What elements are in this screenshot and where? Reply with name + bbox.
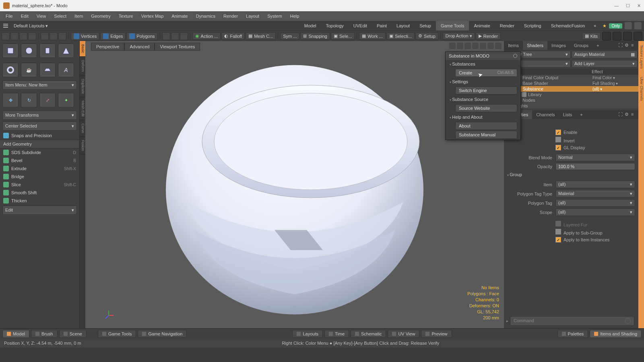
panel-expand-icon[interactable]: ⛶ (618, 43, 624, 48)
tool-e-icon[interactable] (171, 32, 179, 40)
prim-text[interactable]: A (58, 63, 74, 77)
edges-button[interactable]: Edges (100, 32, 126, 40)
meshc-dropdown[interactable]: ▦Mesh C... (246, 32, 276, 40)
expand-arrow-icon[interactable]: ▸ (506, 319, 508, 323)
popup-close-icon[interactable] (513, 54, 517, 58)
snaps-precision[interactable]: Snaps and Precision (0, 132, 79, 140)
rsidestrip-uber-channels[interactable]: Uber Channels (638, 73, 644, 105)
tree-library[interactable]: Library (504, 92, 638, 97)
geom-smooth-shift[interactable]: Smooth Shift (0, 189, 79, 197)
bb-items-and-shading[interactable]: Items and Shading (590, 330, 642, 338)
maximize-icon[interactable]: ☐ (626, 3, 630, 8)
popup-item-create[interactable]: CreateCtrl-Alt-S (455, 69, 517, 77)
menu-view[interactable]: View (33, 14, 50, 19)
bb-uv-view[interactable]: UV View (388, 330, 419, 338)
transform-universal[interactable]: ✦ (58, 93, 74, 107)
rsidestrip-texture-layers[interactable]: Texture Layers (638, 41, 644, 73)
bb-game-tools[interactable]: Game Tools (98, 330, 136, 338)
viewport-tab-viewport-textures[interactable]: Viewport Textures (155, 43, 200, 51)
layout-tab-game tools[interactable]: Game Tools (436, 21, 469, 31)
tree-substance[interactable]: Substance(all) ▾ (504, 86, 638, 92)
star-icon[interactable]: ★ (603, 23, 607, 29)
layout-tab-render[interactable]: Render (495, 21, 519, 31)
menu-help[interactable]: Help (286, 14, 303, 19)
layout-tab-schematicfusion[interactable]: SchematicFusion (546, 21, 590, 31)
action-dropdown[interactable]: ◉Action ... (192, 32, 221, 40)
viewport-tab-advanced[interactable]: Advanced (124, 43, 155, 51)
menu-item[interactable]: Item (70, 14, 87, 19)
bb-schematic[interactable]: Schematic (351, 330, 386, 338)
sidestrip-duplicate[interactable]: Duplicate (80, 76, 85, 98)
group-polygon-tag[interactable]: (all)▾ (555, 199, 635, 207)
viewport-ctrl-5[interactable] (480, 43, 486, 49)
tool-c-icon[interactable] (58, 32, 66, 40)
kit-icon-1[interactable] (602, 32, 611, 41)
transform-rotate[interactable]: ↻ (21, 93, 37, 107)
check-apply-to-item-instances[interactable]: ✓ (555, 237, 561, 243)
kits-dropdown[interactable]: ▦Kits (582, 32, 601, 40)
prim-sphere[interactable] (21, 43, 37, 58)
tool-d-icon[interactable] (162, 32, 170, 40)
center-selected[interactable]: Center Selected▾ (2, 121, 77, 131)
transform-scale[interactable]: ⤢ (39, 93, 56, 107)
panel-menu-icon[interactable]: ≡ (631, 43, 637, 48)
prop-expand-icon[interactable]: ⛶ (618, 112, 624, 117)
panel-gear-icon[interactable]: ⚙ (625, 43, 630, 48)
rtab-groups[interactable]: Groups (570, 41, 592, 50)
shape-circle-icon[interactable] (2, 32, 10, 40)
viewport-tab-perspective[interactable]: Perspective (91, 43, 124, 51)
viewport-ctrl-1[interactable] (449, 43, 456, 49)
bb-game-navigation[interactable]: Game Navigation (138, 330, 187, 338)
ptab-add[interactable]: + (576, 110, 586, 119)
menu-texture[interactable]: Texture (115, 14, 137, 19)
group-header[interactable]: Group (504, 171, 638, 178)
selection-dropdown[interactable]: ▣Selecti... (386, 32, 415, 40)
check-invert[interactable] (555, 137, 561, 142)
viewport-ctrl-7[interactable] (495, 43, 502, 49)
prim-cylinder[interactable] (39, 43, 56, 58)
sidestrip-curve[interactable]: Curve (80, 120, 85, 137)
command-input[interactable]: Command (510, 316, 634, 326)
tree-final-color-output[interactable]: Final Color OutputFinal Color ▾ (504, 75, 638, 80)
popup-section-settings[interactable]: Settings (446, 78, 520, 86)
viewport-ctrl-3[interactable] (464, 43, 471, 49)
viewport-ctrl-4[interactable] (472, 43, 479, 49)
engine-icon-1[interactable] (625, 22, 632, 29)
group-polygon-tag-type[interactable]: Material▾ (555, 190, 635, 197)
menu-vertex-map[interactable]: Vertex Map (137, 14, 168, 19)
shape-move-icon[interactable] (28, 32, 36, 40)
menu-layout[interactable]: Layout (242, 14, 263, 19)
work-dropdown[interactable]: ▦Work ... (359, 32, 386, 40)
bb-palettes[interactable]: Palettes (557, 330, 588, 338)
layout-tab-setup[interactable]: Setup (415, 21, 436, 31)
bb-preview[interactable]: Preview (421, 330, 452, 338)
tool-f-icon[interactable] (180, 32, 188, 40)
engine-icon-2[interactable] (634, 22, 642, 29)
sidestrip-basic[interactable]: Basic (80, 41, 85, 57)
layout-tab-animate[interactable]: Animate (469, 21, 495, 31)
tool-a-icon[interactable] (41, 32, 49, 40)
geom-bevel[interactable]: BevelB (0, 156, 79, 165)
popup-section-substance-source[interactable]: Substance Source (446, 95, 520, 103)
shape-rect-icon[interactable] (19, 32, 27, 40)
rtab-shaders[interactable]: Shaders (523, 41, 547, 50)
default-layouts[interactable]: Default Layouts ▾ (11, 23, 51, 29)
edit-dropdown[interactable]: Edit▾ (2, 206, 77, 215)
prim-teapot[interactable]: ☕ (21, 63, 37, 77)
prim-cube[interactable] (2, 43, 19, 58)
popup-item-substance-manual[interactable]: Substance Manual (455, 131, 517, 139)
rtab-items[interactable]: Items (504, 41, 523, 50)
viewport-ctrl-6[interactable] (487, 43, 494, 49)
transform-move[interactable]: ✥ (2, 93, 19, 107)
bb-time[interactable]: Time (324, 330, 349, 338)
geom-sds-subdivide[interactable]: SDS SubdivideD (0, 148, 79, 156)
bb-layouts[interactable]: Layouts (292, 330, 323, 338)
tree-nodes[interactable]: ▸Nodes (504, 97, 638, 103)
falloff-dropdown[interactable]: ◐Falloff (221, 32, 245, 40)
popup-item-switch-engine[interactable]: Switch Engine (455, 86, 517, 95)
menu-file[interactable]: File (2, 14, 17, 19)
only-badge[interactable]: Only (609, 23, 622, 29)
geom-slice[interactable]: SliceShift-C (0, 181, 79, 189)
prim-torus[interactable] (2, 63, 19, 77)
bb-scene[interactable]: Scene (59, 330, 87, 338)
